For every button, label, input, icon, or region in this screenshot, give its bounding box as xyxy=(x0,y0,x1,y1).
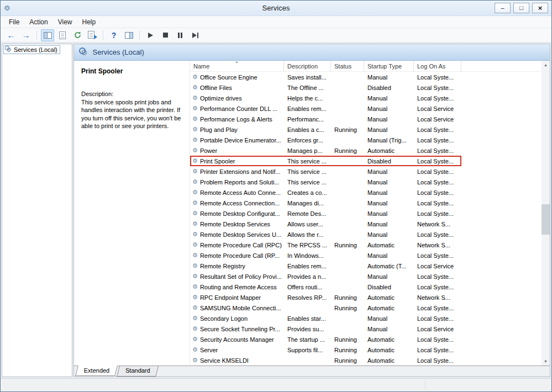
table-row[interactable]: ⚙Remote RegistryEnables rem...Automatic … xyxy=(190,261,542,271)
service-startup-type-cell: Automatic xyxy=(364,355,414,365)
table-row[interactable]: ⚙Optimize drivesHelps the c...ManualLoca… xyxy=(190,93,542,103)
minimize-button[interactable]: – xyxy=(495,3,511,13)
stop-service-button[interactable] xyxy=(159,29,172,41)
table-row[interactable]: ⚙Remote Desktop ServicesAllows user...Ma… xyxy=(190,219,542,229)
table-row[interactable]: ⚙RPC Endpoint MapperResolves RP...Runnin… xyxy=(190,292,542,303)
table-row[interactable]: ⚙Service KMSELDIRunningAutomaticLocal Sy… xyxy=(190,355,542,365)
service-name-text: Plug and Play xyxy=(200,126,238,133)
table-row[interactable]: ⚙Performance Counter DLL ...Enables rem.… xyxy=(190,103,542,114)
table-row[interactable]: ⚙Secondary LogonEnables star...ManualLoc… xyxy=(190,313,542,324)
scroll-thumb[interactable] xyxy=(542,204,550,235)
table-row[interactable]: ⚙ServerSupports fil...RunningAutomaticLo… xyxy=(190,345,542,355)
pause-icon xyxy=(178,33,182,38)
help-button[interactable]: ? xyxy=(107,29,120,41)
service-status-cell xyxy=(331,177,364,187)
tree-node-services-local[interactable]: ⚙ Services (Local) xyxy=(3,45,60,54)
service-startup-type-cell: Manual xyxy=(364,103,414,114)
menu-action[interactable]: Action xyxy=(24,17,52,27)
refresh-button[interactable] xyxy=(71,29,84,41)
table-row[interactable]: ⚙Remote Procedure Call (RPC)The RPCSS ..… xyxy=(190,240,542,250)
menu-view[interactable]: View xyxy=(53,17,77,27)
menu-file[interactable]: File xyxy=(4,17,24,27)
tab-standard-label: Standard xyxy=(125,367,150,374)
column-header-startup-type[interactable]: Startup Type xyxy=(364,61,414,71)
service-description-cell xyxy=(284,355,331,365)
service-log-on-as-cell: Local Service xyxy=(414,261,461,271)
vertical-scrollbar: ▲ ▼ xyxy=(542,61,550,365)
service-name-cell: ⚙Server xyxy=(190,345,284,355)
table-row[interactable]: ⚙Remote Procedure Call (RP...In Windows.… xyxy=(190,250,542,261)
table-row[interactable]: ⚙Office Source EngineSaves install...Man… xyxy=(190,72,542,82)
close-button[interactable]: × xyxy=(532,3,548,13)
service-gear-icon: ⚙ xyxy=(192,242,198,248)
service-gear-icon: ⚙ xyxy=(192,147,198,153)
service-status-cell xyxy=(331,114,364,124)
export-list-button[interactable] xyxy=(86,29,99,41)
column-header-description[interactable]: Description xyxy=(284,61,331,71)
restart-icon xyxy=(192,33,198,38)
service-log-on-as-cell: Local Syste... xyxy=(414,355,461,365)
table-row[interactable]: ⚙Printer Extensions and Notif...This ser… xyxy=(190,166,542,177)
properties-button[interactable] xyxy=(56,29,69,41)
table-row[interactable]: ⚙Security Accounts ManagerThe startup ..… xyxy=(190,334,542,345)
service-name-cell: ⚙Performance Logs & Alerts xyxy=(190,114,284,124)
service-gear-icon: ⚙ xyxy=(192,305,198,311)
table-row[interactable]: ⚙Secure Socket Tunneling Pr...Provides s… xyxy=(190,324,542,334)
back-button[interactable]: ← xyxy=(4,29,18,41)
column-header-name[interactable]: Name ▲ xyxy=(190,61,284,71)
service-gear-icon: ⚙ xyxy=(192,284,198,290)
services-node-icon: ⚙ xyxy=(6,47,12,53)
service-status-cell xyxy=(331,229,364,240)
service-status-cell xyxy=(331,313,364,324)
tab-standard[interactable]: Standard xyxy=(117,366,159,377)
start-service-button[interactable] xyxy=(144,29,157,41)
show-action-pane-button[interactable] xyxy=(122,29,135,41)
table-row[interactable]: ⚙Performance Logs & AlertsPerformanc...M… xyxy=(190,114,542,124)
service-gear-icon: ⚙ xyxy=(192,189,198,195)
table-row[interactable]: ⚙Routing and Remote AccessOffers routi..… xyxy=(190,282,542,292)
service-description-cell: Manages p... xyxy=(284,145,331,156)
forward-button[interactable]: → xyxy=(19,29,33,41)
result-pane-title: Services (Local) xyxy=(93,48,144,56)
column-header-status[interactable]: Status xyxy=(331,61,364,71)
service-description-cell xyxy=(284,303,331,313)
scroll-up-button[interactable]: ▲ xyxy=(542,61,550,69)
title-bar[interactable]: ⚙ Services – □ × xyxy=(1,1,551,16)
pause-service-button[interactable] xyxy=(174,29,187,41)
service-startup-type-cell: Automatic xyxy=(364,334,414,345)
table-row[interactable]: ⚙Portable Device Enumerator...Enforces g… xyxy=(190,135,542,145)
menu-help[interactable]: Help xyxy=(77,17,101,27)
service-log-on-as-cell: Local Syste... xyxy=(414,124,461,135)
scroll-down-button[interactable]: ▼ xyxy=(542,357,550,365)
service-status-cell xyxy=(331,103,364,114)
table-row[interactable]: ⚙Print SpoolerThis service ...DisabledLo… xyxy=(190,156,542,166)
tab-extended[interactable]: Extended xyxy=(75,365,118,376)
service-name-text: Printer Extensions and Notif... xyxy=(200,168,281,175)
table-row[interactable]: ⚙Remote Access Auto Conne...Creates a co… xyxy=(190,187,542,198)
service-gear-icon: ⚙ xyxy=(192,231,198,237)
table-row[interactable]: ⚙Remote Desktop Configurat...Remote Des.… xyxy=(190,208,542,219)
table-row[interactable]: ⚙Remote Desktop Services U...Allows the … xyxy=(190,229,542,240)
restart-service-button[interactable] xyxy=(188,29,202,41)
column-header-log-on-as[interactable]: Log On As xyxy=(414,61,461,71)
service-status-cell: Running xyxy=(331,240,364,250)
service-gear-icon: ⚙ xyxy=(192,357,198,363)
table-row[interactable]: ⚙Offline FilesThe Offline ...DisabledLoc… xyxy=(190,82,542,93)
tree-node-label: Services (Local) xyxy=(14,46,57,53)
console-tree-icon xyxy=(44,32,52,39)
service-log-on-as-cell: Local Syste... xyxy=(414,156,461,166)
service-startup-type-cell: Automatic xyxy=(364,145,414,156)
table-row[interactable]: ⚙Resultant Set of Policy Provi...Provide… xyxy=(190,271,542,282)
service-startup-type-cell: Manual xyxy=(364,93,414,103)
table-row[interactable]: ⚙Plug and PlayEnables a c...RunningManua… xyxy=(190,124,542,135)
table-row[interactable]: ⚙SAMSUNG Mobile Connecti...RunningAutoma… xyxy=(190,303,542,313)
service-log-on-as-cell: Local Syste... xyxy=(414,82,461,93)
table-row[interactable]: ⚙Remote Access Connection...Manages di..… xyxy=(190,198,542,208)
column-header-name-label: Name xyxy=(193,63,209,70)
table-row[interactable]: ⚙Problem Reports and Soluti...This servi… xyxy=(190,177,542,187)
maximize-button[interactable]: □ xyxy=(513,3,529,13)
stop-icon xyxy=(163,33,168,38)
service-log-on-as-cell: Local Syste... xyxy=(414,303,461,313)
table-row[interactable]: ⚙PowerManages p...RunningAutomaticLocal … xyxy=(190,145,542,156)
show-console-tree-button[interactable] xyxy=(41,29,54,41)
